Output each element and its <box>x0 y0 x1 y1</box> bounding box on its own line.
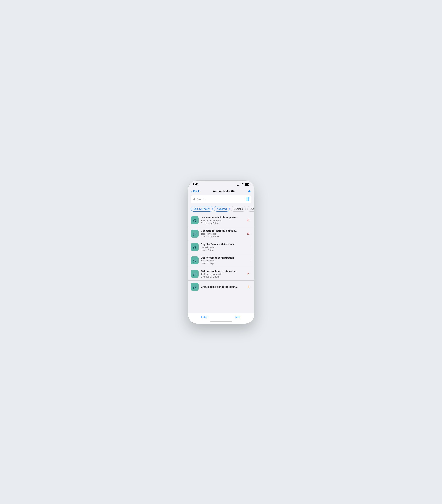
task-icon-wrap <box>191 216 199 224</box>
nav-bar: ‹ Back Active Tasks (6) + <box>188 188 254 196</box>
search-container: Search <box>188 196 254 205</box>
svg-rect-2 <box>246 197 246 199</box>
back-button[interactable]: ‹ Back <box>191 190 200 193</box>
chip-overdue[interactable]: Overdue <box>231 206 246 212</box>
task-title: Decision needed about partn... <box>201 216 244 219</box>
svg-rect-8 <box>246 199 246 201</box>
svg-rect-7 <box>249 197 249 199</box>
task-right: › <box>250 246 251 249</box>
task-due: Due in 4 days <box>201 249 248 251</box>
task-content: Create demo script for testin... <box>201 285 246 288</box>
task-icon-wrap <box>191 230 199 237</box>
svg-point-29 <box>194 287 194 288</box>
task-content: Catalog backend system is r... Task not … <box>201 270 244 278</box>
task-list: Decision needed about partn... Task not … <box>188 214 254 313</box>
chip-sort-priority[interactable]: Sort by: Priority <box>191 206 213 212</box>
svg-rect-13 <box>249 199 249 201</box>
svg-rect-3 <box>246 197 247 199</box>
task-item[interactable]: Estimate for part time emplo... Task is … <box>188 227 254 240</box>
phone-frame: 9:41 ‹ Back Acti <box>188 180 254 324</box>
task-status: Task not yet complete <box>201 273 244 275</box>
svg-point-20 <box>194 247 194 248</box>
svg-point-26 <box>194 274 194 274</box>
svg-rect-6 <box>248 197 248 199</box>
task-title: Define server configuration <box>201 256 248 259</box>
task-right: ⚠ › <box>247 232 251 235</box>
task-right: ⚠ › <box>247 218 251 222</box>
task-icon-wrap <box>191 256 199 264</box>
chevron-right-icon: › <box>250 259 251 262</box>
chevron-right-icon: › <box>250 272 251 275</box>
add-tab[interactable]: Add <box>221 315 254 319</box>
barcode-icon[interactable] <box>246 197 249 202</box>
add-button[interactable]: + <box>248 189 251 193</box>
task-icon-wrap <box>191 270 199 278</box>
signal-icon <box>237 184 240 186</box>
home-indicator <box>210 322 232 322</box>
task-status: Not yet started <box>201 246 248 249</box>
task-item[interactable]: Decision needed about partn... Task not … <box>188 214 254 227</box>
task-item[interactable]: Catalog backend system is r... Task not … <box>188 267 254 281</box>
svg-rect-10 <box>247 199 247 201</box>
battery-icon <box>245 183 249 186</box>
chevron-right-icon: › <box>250 219 251 222</box>
chevron-right-icon: › <box>250 285 251 288</box>
task-content: Regular Service Maintenanc... Not yet st… <box>201 243 248 251</box>
alert-icon: ⚠ <box>247 232 249 235</box>
task-status: Task is overdue <box>201 233 244 235</box>
status-time: 9:41 <box>193 183 199 186</box>
alert-icon: ⚠ <box>247 272 249 276</box>
search-bar[interactable]: Search <box>191 196 251 203</box>
task-item[interactable]: Create demo script for testin... ℹ › <box>188 281 254 293</box>
svg-rect-11 <box>248 199 248 201</box>
task-content: Define server configuration Not yet star… <box>201 256 248 265</box>
task-item[interactable]: Regular Service Maintenanc... Not yet st… <box>188 240 254 254</box>
task-title: Estimate for part time emplo... <box>201 229 244 232</box>
task-icon-wrap <box>191 243 199 251</box>
svg-point-14 <box>194 220 194 221</box>
task-right: ℹ › <box>248 285 251 289</box>
task-due: Overdue by 2 days <box>201 235 244 238</box>
svg-rect-12 <box>248 199 248 201</box>
back-chevron-icon: ‹ <box>191 190 193 193</box>
task-icon-wrap <box>191 283 199 291</box>
task-title: Create demo script for testin... <box>201 285 246 288</box>
chevron-right-icon: › <box>250 246 251 249</box>
task-title: Regular Service Maintenanc... <box>201 243 248 246</box>
svg-point-17 <box>194 234 194 234</box>
task-title: Catalog backend system is r... <box>201 270 244 272</box>
back-label: Back <box>193 190 200 193</box>
task-right: ⚠ › <box>247 272 251 276</box>
svg-rect-4 <box>247 197 247 199</box>
task-content: Decision needed about partn... Task not … <box>201 216 244 224</box>
task-due: Overdue by 2 days <box>201 275 244 278</box>
alert-icon: ⚠ <box>247 218 249 222</box>
task-due: Due in 3 days <box>201 262 248 265</box>
svg-rect-9 <box>246 199 247 201</box>
svg-line-1 <box>194 199 195 200</box>
search-input[interactable]: Search <box>197 198 244 201</box>
chip-assigned[interactable]: Assigned <box>214 206 230 212</box>
svg-point-23 <box>194 260 194 261</box>
task-right: › <box>250 259 251 262</box>
chevron-right-icon: › <box>250 232 251 235</box>
status-bar: 9:41 <box>188 180 254 188</box>
filter-tab[interactable]: Filter <box>188 315 221 319</box>
status-icons <box>237 183 249 186</box>
task-content: Estimate for part time emplo... Task is … <box>201 229 244 238</box>
task-status: Task not yet complete <box>201 219 244 222</box>
task-item[interactable]: Define server configuration Not yet star… <box>188 254 254 267</box>
filter-chips: Sort by: Priority Assigned Overdue Due T… <box>188 205 254 214</box>
wifi-icon <box>241 183 244 186</box>
page-title: Active Tasks (6) <box>213 190 235 193</box>
chip-due-too[interactable]: Due Too <box>247 206 254 212</box>
task-due: Overdue by 2 days <box>201 222 244 224</box>
alert-icon: ℹ <box>248 285 249 289</box>
search-icon <box>193 198 196 201</box>
svg-rect-5 <box>248 197 248 199</box>
task-status: Not yet started <box>201 259 248 262</box>
